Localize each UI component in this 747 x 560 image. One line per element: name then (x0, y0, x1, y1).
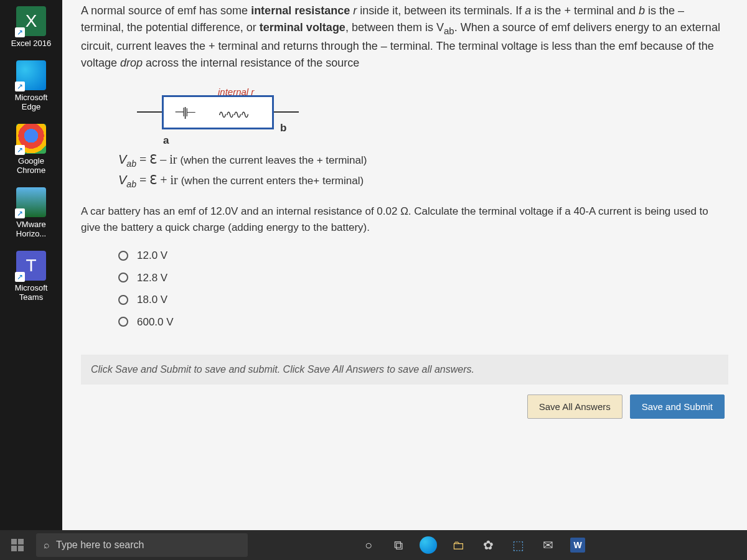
radio-icon[interactable] (118, 317, 128, 327)
desktop-icon-label: Excel 2016 (6, 39, 56, 48)
radio-icon[interactable] (118, 251, 128, 261)
shortcut-arrow-icon: ↗ (15, 208, 25, 218)
excel-icon: X↗ (16, 6, 46, 36)
wire-right (274, 111, 299, 113)
desktop-icon-excel[interactable]: X↗ Excel 2016 (6, 6, 56, 48)
desktop-icon-teams[interactable]: T↗ Microsoft Teams (6, 251, 56, 302)
search-icon: ⌕ (44, 539, 50, 551)
radio-icon[interactable] (118, 295, 128, 305)
desktop-icon-label: Google Chrome (6, 156, 56, 175)
internal-resistance-label: internal r (218, 85, 254, 100)
chrome-icon: ↗ (16, 124, 46, 154)
circuit-diagram: internal r ⊣|⊢ ∿∿∿∿ a b (137, 83, 311, 139)
file-explorer-icon[interactable]: 🗀 (444, 531, 472, 559)
button-row: Save All Answers Save and Submit (81, 385, 728, 429)
resistor-symbol-icon: ∿∿∿∿ (218, 106, 248, 123)
windows-taskbar: ⌕ Type here to search ○ ⧉ 🗀 ✿ ⬚ ✉ W (0, 530, 747, 560)
answer-label: 12.0 V (137, 248, 167, 264)
save-all-answers-button[interactable]: Save All Answers (527, 394, 622, 419)
answer-option-4[interactable]: 600.0 V (118, 314, 728, 330)
wire-left (137, 111, 162, 113)
cortana-icon[interactable]: ○ (355, 531, 382, 559)
vmware-icon: ↗ (16, 187, 46, 217)
desktop-icon-label: VMware Horizo... (6, 220, 56, 238)
start-button[interactable] (2, 530, 32, 560)
teams-icon: T↗ (16, 251, 46, 281)
question-text: A car battery has an emf of 12.0V and an… (81, 203, 728, 235)
taskbar-word-icon[interactable]: W (564, 531, 591, 559)
battery-symbol-icon: ⊣|⊢ (174, 103, 195, 121)
answer-option-3[interactable]: 18.0 V (118, 292, 728, 308)
taskbar-app-icon[interactable]: ✿ (474, 531, 502, 559)
task-view-icon[interactable]: ⧉ (385, 531, 412, 559)
terminal-b-label: b (280, 120, 286, 136)
microsoft-store-icon[interactable]: ⬚ (504, 531, 532, 559)
taskbar-pinned-apps: ○ ⧉ 🗀 ✿ ⬚ ✉ W (355, 531, 591, 559)
equations-block: Vab = Ɛ – ir (when the current leaves th… (118, 150, 728, 191)
desktop-icon-edge[interactable]: ↗ Microsoft Edge (6, 60, 56, 111)
desktop-icon-label: Microsoft Teams (6, 283, 56, 302)
mail-icon[interactable]: ✉ (534, 531, 561, 559)
desktop-icon-vmware[interactable]: ↗ VMware Horizo... (6, 187, 56, 238)
answer-options: 12.0 V 12.8 V 18.0 V 600.0 V (118, 248, 728, 330)
quiz-content-area: A normal source of emf has some internal… (62, 0, 747, 560)
taskbar-edge-icon[interactable] (415, 531, 442, 559)
submit-instruction-text: Click Save and Submit to save and submit… (81, 355, 728, 385)
answer-label: 600.0 V (137, 314, 174, 330)
equation-1: Vab = Ɛ – ir (when the current leaves th… (118, 150, 728, 170)
answer-label: 18.0 V (137, 292, 167, 308)
shortcut-arrow-icon: ↗ (15, 27, 25, 37)
radio-icon[interactable] (118, 273, 128, 282)
answer-option-1[interactable]: 12.0 V (118, 248, 728, 264)
intro-paragraph: A normal source of emf has some internal… (81, 2, 728, 72)
shortcut-arrow-icon: ↗ (15, 82, 25, 91)
edge-icon: ↗ (16, 60, 46, 90)
taskbar-search-box[interactable]: ⌕ Type here to search (36, 533, 248, 557)
shortcut-arrow-icon: ↗ (15, 145, 25, 155)
terminal-a-label: a (163, 133, 169, 149)
answer-label: 12.8 V (137, 270, 167, 286)
desktop-icon-label: Microsoft Edge (6, 93, 56, 111)
search-placeholder: Type here to search (56, 539, 144, 551)
desktop-icon-chrome[interactable]: ↗ Google Chrome (6, 124, 56, 175)
save-and-submit-button[interactable]: Save and Submit (630, 394, 725, 419)
windows-logo-icon (11, 539, 24, 551)
equation-2: Vab = Ɛ + ir (when the current enters th… (118, 170, 728, 191)
answer-option-2[interactable]: 12.8 V (118, 270, 728, 286)
desktop-icon-column: X↗ Excel 2016 ↗ Microsoft Edge ↗ Google … (0, 0, 62, 560)
shortcut-arrow-icon: ↗ (15, 272, 25, 282)
